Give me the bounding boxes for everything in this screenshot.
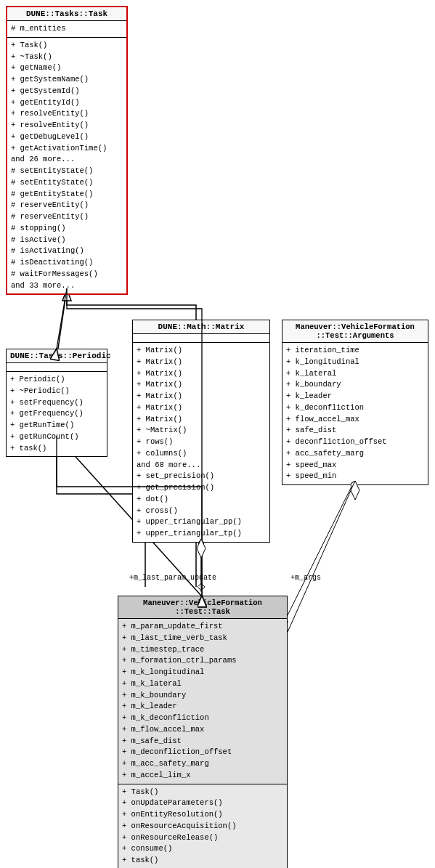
vftask-fields: + m_param_update_first + m_last_time_ver… [118, 619, 287, 784]
vf-f7: + m_k_boundary [122, 690, 283, 702]
diagram-container: DUNE::Tasks::Task # m_entities + Task() … [0, 0, 435, 868]
task-m10: + getActivationTime() [11, 143, 123, 155]
task-m3: + getName() [11, 62, 123, 74]
matrix-m14: + dot() [137, 494, 266, 506]
task-m20: # isDeactivating() [11, 257, 123, 269]
vf-f3: + m_timestep_trace [122, 644, 283, 656]
task-fields: # m_entities [7, 21, 126, 38]
periodic-m6: + getRunCount() [10, 431, 103, 443]
arguments-fields: + iteration_time + k_longitudinal + k_la… [282, 343, 428, 484]
vf-f10: + m_flow_accel_max [122, 724, 283, 736]
task-m17: # stopping() [11, 223, 123, 235]
task-m13: # setEntityState() [11, 177, 123, 189]
task-m16: # reserveEntity() [11, 211, 123, 223]
matrix-m5: + Matrix() [137, 391, 266, 402]
periodic-m5: + getRunTime() [10, 420, 103, 431]
task-header: DUNE::Tasks::Task [7, 7, 126, 21]
vftask-box: Maneuver::VehicleFormation::Test::Task +… [118, 596, 288, 868]
task-m14: # getEntityState() [11, 189, 123, 200]
matrix-m1: + Matrix() [137, 345, 266, 357]
task-m8: + resolveEntity() [11, 120, 123, 131]
vf-f9: + m_k_deconfliction [122, 713, 283, 724]
vf-m3: + onEntityResolution() [122, 809, 283, 821]
arg-f2: + k_longitudinal [286, 357, 424, 368]
arg-f8: + safe_dist [286, 425, 424, 437]
task-m21: # waitForMessages() [11, 269, 123, 280]
task-m19: # isActivating() [11, 246, 123, 257]
task-m6: + getEntityId() [11, 97, 123, 109]
arg-f9: + deconfliction_offset [286, 437, 424, 448]
m-last-param-label: +m_last_param_update [129, 574, 216, 582]
vf-f6: + m_k_lateral [122, 678, 283, 690]
vf-f12: + m_deconfliction_offset [122, 747, 283, 758]
vftask-methods: + Task() + onUpdateParameters() + onEnti… [118, 784, 287, 869]
task-m9: + getDebugLevel() [11, 131, 123, 143]
svg-line-8 [57, 288, 67, 349]
vf-f2: + m_last_time_verb_task [122, 633, 283, 644]
task-m1: + Task() [11, 40, 123, 52]
matrix-m16: + upper_triangular_pp() [137, 516, 266, 528]
matrix-m6: + Matrix() [137, 402, 266, 414]
matrix-methods: + Matrix() + Matrix() + Matrix() + Matri… [133, 343, 269, 542]
arg-f10: + acc_safety_marg [286, 448, 424, 460]
arg-f1: + iteration_time [286, 345, 424, 357]
vf-f13: + m_acc_safety_marg [122, 758, 283, 770]
periodic-m4: + getFrequency() [10, 408, 103, 420]
svg-line-3 [285, 481, 354, 621]
task-m7: + resolveEntity() [11, 108, 123, 120]
matrix-m8: + ~Matrix() [137, 425, 266, 437]
vf-f4: + m_formation_ctrl_params [122, 655, 283, 667]
periodic-m3: + setFrequency() [10, 397, 103, 409]
periodic-methods: + Periodic() + ~Periodic() + setFrequenc… [7, 372, 107, 456]
vf-m7: + task() [122, 855, 283, 867]
m-args-label: +m_args [290, 574, 321, 582]
vf-m4: + onResourceAcquisition() [122, 821, 283, 832]
arguments-header: Maneuver::VehicleFormation::Test::Argume… [282, 320, 428, 343]
matrix-m2: + Matrix() [137, 357, 266, 368]
task-m4: + getSystemName() [11, 74, 123, 86]
vf-f5: + m_k_longitudinal [122, 667, 283, 678]
arg-f12: + speed_min [286, 471, 424, 482]
arg-f7: + flow_accel_max [286, 414, 424, 426]
task-m5: + getSystemId() [11, 86, 123, 97]
matrix-m10: + columns() [137, 448, 266, 460]
periodic-fields [7, 363, 107, 372]
matrix-m9: + rows() [137, 437, 266, 448]
task-methods: + Task() + ~Task() + getName() + getSyst… [7, 38, 126, 294]
task-m22: and 33 more... [11, 280, 123, 292]
arg-f11: + speed_max [286, 460, 424, 471]
arg-f6: + k_deconfliction [286, 402, 424, 414]
periodic-header: DUNE::Tasks::Periodic [7, 349, 107, 363]
task-m11: and 26 more... [11, 154, 123, 166]
task-field-1: # m_entities [11, 23, 123, 35]
task-m12: # setEntityState() [11, 166, 123, 177]
arg-f5: + k_leader [286, 391, 424, 402]
matrix-m17: + upper_triangular_tp() [137, 528, 266, 540]
vf-f11: + m_safe_dist [122, 736, 283, 747]
task-m2: + ~Task() [11, 52, 123, 63]
vf-m2: + onUpdateParameters() [122, 798, 283, 809]
matrix-header: DUNE::Math::Matrix [133, 320, 269, 334]
matrix-box: DUNE::Math::Matrix + Matrix() + Matrix()… [132, 320, 270, 543]
vf-m6: + consume() [122, 843, 283, 855]
vftask-header: Maneuver::VehicleFormation::Test::Task [118, 596, 287, 619]
matrix-fields [133, 334, 269, 343]
matrix-m12: + set_precision() [137, 471, 266, 482]
matrix-m3: + Matrix() [137, 368, 266, 380]
matrix-m4: + Matrix() [137, 379, 266, 391]
task-box: DUNE::Tasks::Task # m_entities + Task() … [6, 6, 128, 295]
periodic-m1: + Periodic() [10, 374, 103, 386]
task-m18: # isActive() [11, 235, 123, 246]
periodic-m7: + task() [10, 443, 103, 455]
vf-f8: + m_k_leader [122, 701, 283, 713]
arg-f3: + k_lateral [286, 368, 424, 380]
arguments-box: Maneuver::VehicleFormation::Test::Argume… [282, 320, 428, 485]
vf-m1: + Task() [122, 787, 283, 798]
vf-m5: + onResourceRelease() [122, 832, 283, 844]
svg-line-11 [288, 481, 355, 632]
matrix-m13: + get_precision() [137, 482, 266, 494]
svg-line-0 [57, 289, 67, 358]
matrix-m11: and 68 more... [137, 460, 266, 471]
task-m15: # reserveEntity() [11, 200, 123, 211]
matrix-m7: + Matrix() [137, 414, 266, 426]
